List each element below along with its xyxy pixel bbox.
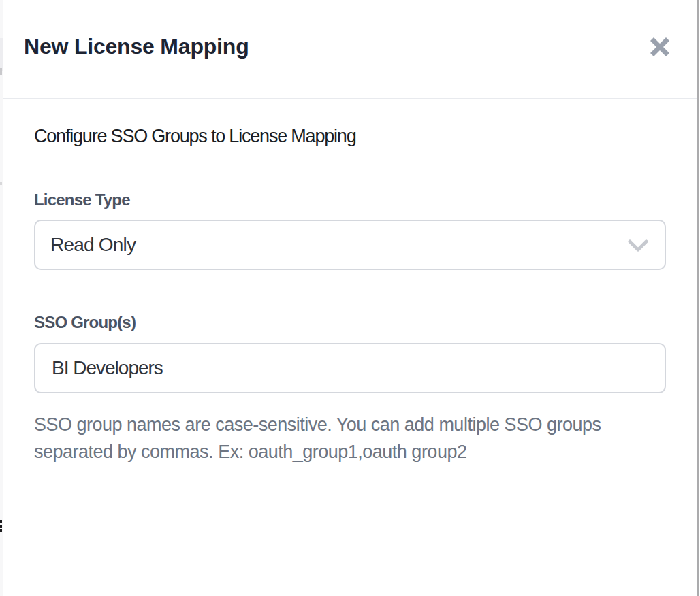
license-type-select[interactable]: Read Only xyxy=(34,220,666,270)
new-license-mapping-modal: New License Mapping Configure SSO Groups… xyxy=(0,0,700,596)
page-edge-block xyxy=(0,38,3,71)
helper-line-2: separated by commas. Ex: oauth_group1,oa… xyxy=(34,438,601,465)
clipped-menu-icon xyxy=(0,525,2,528)
modal-right-edge xyxy=(697,0,699,596)
close-button[interactable] xyxy=(649,36,671,58)
sso-groups-label: SSO Group(s) xyxy=(34,313,136,332)
license-type-label: License Type xyxy=(34,191,130,210)
clipped-menu-icon xyxy=(0,520,2,523)
page-edge-dash xyxy=(0,68,2,75)
clipped-menu-icon xyxy=(0,529,2,532)
modal-title: New License Mapping xyxy=(24,34,249,59)
chevron-down-icon xyxy=(628,239,648,254)
helper-line-1: SSO group names are case-sensitive. You … xyxy=(34,411,601,438)
close-icon xyxy=(649,36,671,58)
modal-header: New License Mapping xyxy=(0,0,697,99)
sso-groups-helper-text: SSO group names are case-sensitive. You … xyxy=(34,411,601,465)
page-edge-strip xyxy=(0,0,3,596)
modal-subtitle: Configure SSO Groups to License Mapping xyxy=(34,126,356,147)
sso-groups-input[interactable] xyxy=(34,343,666,393)
license-type-value: Read Only xyxy=(50,221,136,269)
page-edge-dash xyxy=(0,182,2,185)
